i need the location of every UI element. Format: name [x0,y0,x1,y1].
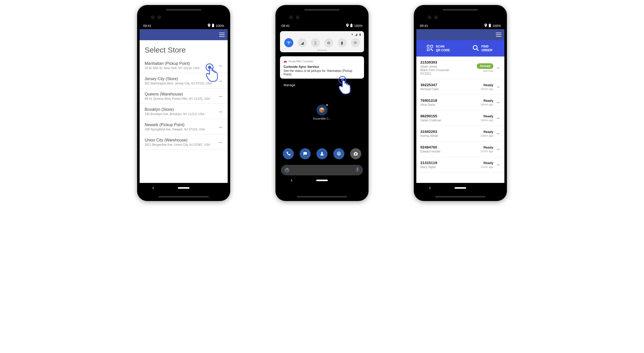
order-time: 13min ago [480,134,493,137]
data-toggle-icon[interactable]: ◢ [298,38,307,47]
status-time: 09:41 [143,24,151,28]
menu-icon[interactable] [219,33,225,37]
status-time: 09:41 [281,24,290,28]
order-row[interactable]: 76901218 Alice Davis Ready 14min ago → [416,95,504,110]
order-row[interactable]: 31692293 Norma White Ready 13min ago → [416,126,504,141]
mic-icon[interactable] [355,167,359,173]
order-customer: Edward Hunter [420,150,478,153]
store-row[interactable]: Union City (Warehouse) 2821 Bergenline A… [140,134,228,150]
order-row[interactable]: 92484760 Edward Hunter Ready 12min ago → [416,141,504,157]
nav-back-icon[interactable] [289,178,294,183]
dnd-toggle-icon[interactable]: ⊖ [324,38,333,47]
rotate-toggle-icon[interactable]: ⟳ [351,38,360,47]
battery-icon [212,24,214,28]
svg-rect-10 [355,152,356,153]
order-status: Ready [480,161,493,165]
order-customer: Norma White [420,134,478,138]
menu-icon[interactable] [496,33,501,37]
nav-back-icon[interactable] [151,185,156,190]
find-label-2: ORDER [481,48,492,52]
status-bar: 09:41 100% [416,22,504,29]
store-address: 2821 Bergenline Ave, Union City, NJ 0708… [145,143,210,146]
messages-app-icon[interactable] [300,148,311,159]
chevron-right-icon: → [218,124,223,130]
camera-app-icon[interactable] [350,148,361,159]
nav-recent-icon[interactable] [350,178,355,183]
contacts-app-icon[interactable] [316,148,328,159]
svg-rect-19 [431,45,433,47]
battery-pct: 100% [493,24,501,28]
notification-card[interactable]: 🚗 Route4Me Curbside Curbside Sync Servic… [280,56,364,79]
phone-app-icon[interactable] [283,148,294,159]
battery-saver-toggle-icon[interactable]: ▯ [311,38,320,47]
order-status: Ready [480,130,493,134]
order-id: 31692293 [420,129,478,134]
order-row[interactable]: 21315119 Mary Taylor Ready 11min ago → [416,157,504,173]
chevron-right-icon: → [218,139,223,145]
app-box-icon: 📦 [316,105,328,116]
order-id: 92484760 [420,145,478,149]
svg-point-6 [321,152,323,154]
order-status: Ready [480,99,493,103]
android-nav-bar [278,175,366,185]
notif-app-name: Route4Me Curbside [289,60,313,63]
nav-recent-icon[interactable] [488,185,493,190]
battery-icon [350,24,353,28]
store-name: Queens (Warehouse) [145,92,210,96]
store-name: Brooklyn (Store) [145,107,205,112]
google-search-bar[interactable] [281,165,363,175]
nav-home-icon[interactable] [178,187,189,189]
order-time: 14min ago [480,103,493,106]
chevron-right-icon: → [218,78,223,84]
store-name: Union City (Warehouse) [145,138,210,142]
wifi-toggle-icon[interactable] [284,38,293,47]
page-title: Select Store [140,40,228,58]
nav-recent-icon[interactable] [212,185,217,190]
home-app-shortcut[interactable]: 📦 Route4Me C... [313,105,331,120]
store-row[interactable]: Newark (Pickup Point) 206 Springfield Av… [140,119,228,134]
store-address: 206 Springfield Ave, Newark, NJ 07103, U… [145,128,205,131]
order-customer: Sarah Coleman [420,119,478,122]
android-nav-bar [416,183,504,193]
notif-body: See the status of all pickups for: Manha… [284,69,360,76]
phone-orders-list: 09:41 100% SCANQR CODE [414,5,507,201]
search-icon [472,45,479,52]
settings-app-icon[interactable] [333,148,344,159]
chevron-right-icon: → [495,99,500,105]
order-row[interactable]: 88299155 Sarah Coleman Ready 14min ago → [416,110,504,126]
chevron-right-icon: → [495,162,500,168]
nav-back-icon[interactable] [427,185,432,190]
chevron-right-icon: → [495,65,500,71]
svg-rect-0 [212,24,214,27]
flashlight-toggle-icon[interactable]: ▮ [338,38,347,47]
scan-qr-button[interactable]: SCANQR CODE [416,40,460,57]
svg-rect-18 [427,45,429,47]
order-row[interactable]: 21539393 Adam Jones Black Ford Crossover… [416,57,504,79]
wifi-small-icon: ▾ [351,33,353,36]
svg-rect-4 [350,24,352,27]
order-status: Ready [480,83,493,87]
battery-icon [489,24,491,28]
store-row[interactable]: Manhattan (Pickup Point) 20 W 34th St, N… [140,58,228,73]
status-badge: Arrived [477,63,493,69]
svg-point-9 [355,153,356,155]
scan-label-1: SCAN [436,45,450,48]
notif-manage-button[interactable]: Manage [280,81,364,89]
svg-rect-21 [431,49,432,50]
store-row[interactable]: Queens (Warehouse) 88-01 Queens Blvd, Fo… [140,88,228,104]
nav-home-icon[interactable] [455,187,466,189]
order-customer: Richard Clark [420,87,478,91]
order-id: 21539393 [420,60,475,64]
order-time: 14min ago [480,119,493,122]
battery-small-icon: ▮ [359,33,361,36]
store-row[interactable]: Jersey City (Store) 502 Washington Blvd,… [140,73,228,88]
order-id: 39225347 [420,83,478,87]
store-row[interactable]: Brooklyn (Store) 145 Brooklyn Ave, Brook… [140,104,228,119]
order-row[interactable]: 39225347 Richard Clark Ready 15min ago → [416,79,504,95]
location-icon [208,24,210,28]
find-order-button[interactable]: FINDORDER [460,40,504,57]
location-icon [346,24,349,28]
chevron-right-icon: → [495,146,500,152]
order-status: Ready [480,114,493,118]
nav-home-icon[interactable] [316,180,328,181]
